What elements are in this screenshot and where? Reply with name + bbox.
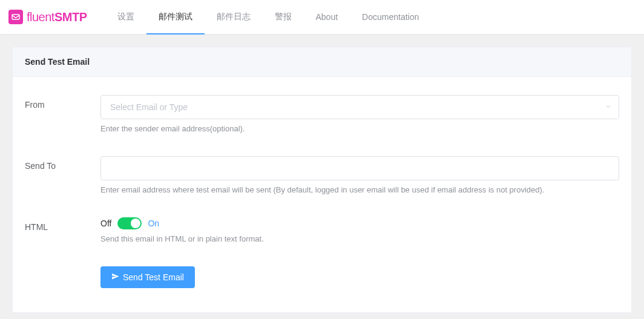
nav-tab-about[interactable]: About: [304, 0, 350, 35]
html-toggle[interactable]: [117, 217, 142, 229]
send-test-email-button[interactable]: Send Test Email: [100, 266, 195, 288]
send-button-label: Send Test Email: [123, 272, 184, 282]
html-on-label: On: [148, 219, 159, 228]
form-row-from: From Enter the sender email address(opti…: [25, 95, 619, 133]
nav-tabs: 设置 邮件测试 邮件日志 警报 About Documentation: [105, 0, 432, 34]
envelope-icon: [8, 10, 23, 24]
from-select-input[interactable]: [100, 95, 619, 119]
send-test-email-card: Send Test Email From Enter the sender em…: [12, 47, 632, 313]
brand-text: fluentSMTP: [27, 10, 87, 24]
send-to-hint: Enter email address where test email wil…: [100, 185, 619, 194]
card-title: Send Test Email: [13, 47, 631, 77]
nav-tab-email-test[interactable]: 邮件测试: [146, 0, 205, 35]
paper-plane-icon: [111, 272, 119, 282]
nav-tab-alerts[interactable]: 警报: [263, 0, 304, 35]
nav-tab-settings[interactable]: 设置: [105, 0, 146, 35]
card-body: From Enter the sender email address(opti…: [13, 77, 631, 312]
from-select[interactable]: [100, 95, 619, 119]
topbar: fluentSMTP 设置 邮件测试 邮件日志 警报 About Documen…: [0, 0, 644, 35]
html-toggle-row: Off On: [100, 217, 619, 229]
svg-rect-0: [12, 15, 19, 19]
from-hint: Enter the sender email address(optional)…: [100, 124, 619, 133]
nav-tab-documentation[interactable]: Documentation: [350, 0, 431, 35]
form-row-html: HTML Off On Send this email in HTML or i…: [25, 217, 619, 243]
send-to-input[interactable]: [100, 156, 619, 180]
form-row-submit: Send Test Email: [25, 266, 619, 288]
html-hint: Send this email in HTML or in plain text…: [100, 234, 619, 243]
nav-tab-email-logs[interactable]: 邮件日志: [205, 0, 263, 35]
page-content: Send Test Email From Enter the sender em…: [0, 35, 644, 319]
toggle-knob: [131, 219, 140, 228]
from-label: From: [25, 95, 100, 133]
send-to-label: Send To: [25, 156, 100, 194]
brand-logo: fluentSMTP: [8, 0, 87, 34]
html-off-label: Off: [100, 219, 111, 228]
html-label: HTML: [25, 217, 100, 243]
form-row-send-to: Send To Enter email address where test e…: [25, 156, 619, 194]
